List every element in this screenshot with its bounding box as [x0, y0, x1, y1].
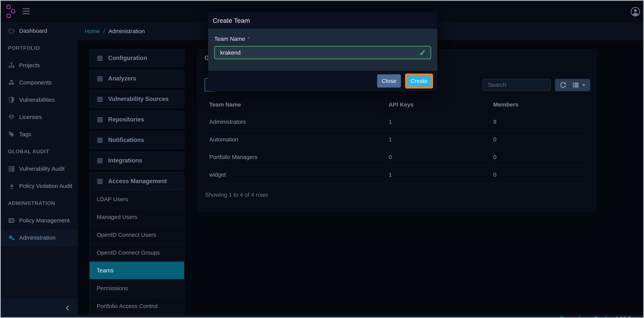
table-summary: Showing 1 to 4 of 4 rows [205, 192, 268, 198]
admin-group-label: Access Management [108, 178, 167, 185]
cell-api-keys: 1 [384, 131, 489, 148]
chevron-down-icon[interactable] [582, 84, 586, 86]
shield-icon [8, 96, 15, 103]
sidebar-item-components[interactable]: Components [1, 74, 78, 91]
admin-group-repositories[interactable]: Repositories [90, 111, 184, 128]
flame-icon [8, 183, 15, 189]
cell-team-name[interactable]: widget [205, 166, 384, 184]
sidebar-item-vulnerability-audit[interactable]: Vulnerability Audit [1, 160, 78, 177]
modal-footer: Close Create [208, 71, 437, 91]
sidebar-item-label: Dashboard [19, 28, 47, 34]
admin-item-teams[interactable]: Teams [90, 261, 184, 279]
admin-group-access-management-accordion: Access Management LDAP Users Managed Use… [90, 172, 184, 315]
sidebar-footer [1, 299, 78, 317]
teams-table: Team Name API Keys Members Administrator… [205, 96, 590, 184]
sidebar-item-licenses[interactable]: Licenses [1, 108, 78, 126]
admin-nav: Configuration Analyzers Vulnerability So… [90, 49, 184, 315]
dependency-track-link[interactable]: Dependency-Track [560, 315, 608, 317]
cell-team-name[interactable]: Administrators [205, 113, 384, 131]
sidebar-item-label: Projects [19, 62, 40, 69]
search-input[interactable] [482, 79, 551, 91]
admin-group-label: Notifications [108, 137, 144, 143]
admin-item-openid-connect-groups[interactable]: OpenID Connect Groups [90, 243, 184, 261]
sidebar-item-label: Vulnerability Audit [19, 166, 64, 172]
column-header-members[interactable]: Members [489, 96, 590, 113]
column-header-team-name[interactable]: Team Name [205, 96, 384, 113]
dependency-track-logo-icon[interactable] [6, 5, 20, 18]
sidebar-item-label: Vulnerabilities [19, 97, 55, 103]
table-row[interactable]: Automation 1 0 [205, 131, 590, 148]
team-name-input[interactable] [214, 46, 431, 59]
version-label: v4.12.2 [612, 315, 631, 317]
team-name-label: Team Name [214, 36, 245, 42]
cell-team-name[interactable]: Portfolio Managers [205, 148, 384, 166]
column-header-api-keys[interactable]: API Keys [384, 96, 489, 113]
admin-group-access-management[interactable]: Access Management [90, 172, 184, 190]
sidebar-item-policy-violation-audit[interactable]: Policy Violation Audit [1, 177, 78, 195]
collapse-sidebar-icon[interactable] [65, 305, 70, 311]
logo-node-icon [6, 14, 11, 18]
cell-api-keys: 0 [384, 148, 489, 166]
sidebar-item-label: Policy Violation Audit [19, 183, 72, 189]
admin-group-label: Repositories [108, 116, 144, 123]
create-button[interactable]: Create [407, 76, 431, 86]
admin-group-configuration[interactable]: Configuration [90, 49, 184, 67]
table-row[interactable]: widget 1 0 [205, 166, 590, 184]
admin-item-openid-connect-users[interactable]: OpenID Connect Users [90, 226, 184, 243]
sidebar-item-label: Licenses [19, 114, 42, 120]
columns-list-icon[interactable] [572, 82, 579, 89]
sidebar-item-administration[interactable]: Administration [1, 229, 78, 246]
sidebar-section-administration: ADMINISTRATION [1, 195, 78, 212]
close-button[interactable]: Close [377, 74, 401, 88]
list-icon [97, 75, 103, 82]
server-list-icon [8, 165, 15, 172]
admin-item-permissions[interactable]: Permissions [90, 279, 184, 297]
sidebar-item-vulnerabilities[interactable]: Vulnerabilities [1, 91, 78, 108]
gauge-icon [8, 27, 15, 34]
list-icon [97, 116, 103, 123]
cell-api-keys: 1 [384, 113, 489, 131]
create-team-modal: Create Team Team Name * ✓ Close Create [208, 12, 437, 91]
list-icon [97, 55, 103, 61]
breadcrumb-current: Administration [108, 28, 145, 35]
table-toolbar [555, 79, 590, 91]
admin-item-portfolio-access-control[interactable]: Portfolio Access Control [90, 297, 184, 315]
admin-group-label: Vulnerability Sources [108, 96, 169, 103]
admin-item-ldap-users[interactable]: LDAP Users [90, 190, 184, 208]
hamburger-menu-icon[interactable] [22, 8, 30, 15]
table-row[interactable]: Portfolio Managers 0 0 [205, 148, 590, 166]
sidebar-item-policy-management[interactable]: Policy Management [1, 212, 78, 229]
sitemap-icon [8, 62, 15, 69]
list-icon [97, 137, 103, 143]
sidebar-item-projects[interactable]: Projects [1, 57, 78, 74]
user-avatar-icon[interactable] [630, 7, 640, 17]
valid-check-icon: ✓ [419, 48, 426, 58]
modal-header: Create Team [208, 12, 437, 29]
logo-node-icon [6, 5, 11, 9]
cell-api-keys: 1 [384, 166, 489, 184]
admin-group-vulnerability-sources[interactable]: Vulnerability Sources [90, 90, 184, 108]
sidebar-section-global-audit: GLOBAL AUDIT [1, 143, 78, 160]
admin-group-label: Analyzers [108, 75, 136, 82]
sidebar-section-portfolio: PORTFOLIO [1, 40, 78, 57]
admin-group-integrations[interactable]: Integrations [90, 152, 184, 169]
footer-bar: Dependency-Track v4.12.2 [78, 314, 643, 317]
required-asterisk: * [248, 36, 250, 42]
cell-team-name[interactable]: Automation [205, 131, 384, 148]
balance-scale-icon [8, 114, 15, 121]
admin-group-notifications[interactable]: Notifications [90, 131, 184, 149]
table-row[interactable]: Administrators 1 9 [205, 113, 590, 131]
breadcrumb-home-link[interactable]: Home [84, 28, 100, 35]
refresh-icon[interactable] [560, 82, 566, 89]
list-icon [97, 157, 103, 164]
admin-group-analyzers[interactable]: Analyzers [90, 70, 184, 87]
admin-item-managed-users[interactable]: Managed Users [90, 208, 184, 226]
table-header-row: Team Name API Keys Members [205, 96, 590, 113]
breadcrumb-separator: / [104, 28, 105, 35]
sidebar-item-dashboard[interactable]: Dashboard [1, 22, 78, 40]
modal-title: Create Team [213, 17, 250, 24]
logo-node-icon [11, 9, 15, 14]
cell-members: 9 [489, 113, 590, 131]
sidebar-item-label: Administration [19, 234, 56, 241]
sidebar-item-tags[interactable]: Tags [1, 126, 78, 143]
